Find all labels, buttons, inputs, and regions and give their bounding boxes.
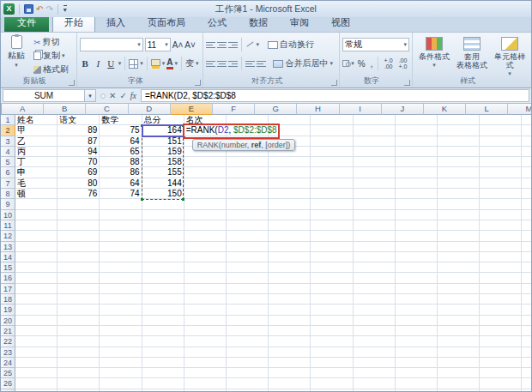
cell-I1[interactable] (354, 115, 396, 125)
decrease-decimal-button[interactable]: .00 +.0 (396, 57, 409, 69)
cell-B15[interactable] (57, 262, 100, 273)
cell-G9[interactable] (269, 199, 311, 209)
cell-E16[interactable] (184, 273, 227, 283)
align-bottom-icon[interactable] (228, 41, 238, 49)
cell-C15[interactable] (100, 262, 142, 273)
cell-C20[interactable] (100, 316, 142, 326)
cell-L11[interactable] (480, 220, 522, 231)
cell-I22[interactable] (354, 336, 396, 347)
cell-I26[interactable] (354, 378, 396, 389)
cell-M24[interactable] (522, 358, 531, 368)
cell-B3[interactable]: 87 (57, 136, 100, 147)
row-header-5[interactable]: 5 (1, 157, 15, 167)
row-header-17[interactable]: 17 (1, 284, 15, 294)
cell-E19[interactable] (184, 305, 227, 315)
cell-K2[interactable] (438, 125, 480, 136)
align-left-icon[interactable] (206, 60, 215, 68)
cell-J21[interactable] (396, 326, 438, 336)
cell-H1[interactable] (311, 115, 353, 125)
cell-B6[interactable]: 69 (57, 167, 100, 178)
align-top-icon[interactable] (206, 41, 215, 49)
column-header-L[interactable]: L (466, 104, 508, 115)
cell-I6[interactable] (354, 167, 396, 178)
cell-F19[interactable] (227, 305, 269, 315)
cell-M1[interactable] (522, 115, 531, 125)
cell-D21[interactable] (142, 326, 184, 336)
font-color-icon[interactable]: A (166, 58, 172, 69)
cell-I13[interactable] (354, 242, 396, 252)
cell-B5[interactable]: 70 (57, 157, 100, 167)
decrease-indent-icon[interactable] (245, 60, 255, 68)
cell-K3[interactable] (438, 136, 480, 147)
cell-C19[interactable] (100, 305, 142, 315)
cell-J17[interactable] (396, 284, 438, 294)
tab-formulas[interactable]: 公式 (196, 15, 238, 32)
cell-A26[interactable] (15, 378, 57, 389)
paste-button[interactable]: 粘贴 ▾ (3, 35, 29, 76)
cell-F13[interactable] (227, 242, 269, 252)
row-header-25[interactable]: 25 (1, 368, 15, 378)
cell-I14[interactable] (354, 252, 396, 262)
cell-M15[interactable] (522, 262, 531, 273)
align-middle-icon[interactable] (217, 41, 227, 49)
cell-K10[interactable] (438, 210, 480, 220)
cell-D12[interactable] (142, 231, 184, 241)
cell-A24[interactable] (15, 358, 57, 368)
cell-L22[interactable] (480, 336, 522, 347)
cell-H18[interactable] (311, 294, 353, 305)
cell-B11[interactable] (57, 220, 100, 231)
cell-H6[interactable] (311, 167, 353, 178)
cell-J1[interactable] (396, 115, 438, 125)
cell-M4[interactable] (522, 147, 531, 157)
cell-A11[interactable] (15, 220, 57, 231)
column-header-D[interactable]: D (129, 104, 171, 115)
cell-E14[interactable] (184, 252, 227, 262)
cell-D11[interactable] (142, 220, 184, 231)
cell-G20[interactable] (269, 316, 311, 326)
cell-A2[interactable]: 甲 (15, 125, 57, 136)
cell-D23[interactable] (142, 347, 184, 358)
cell-I25[interactable] (354, 368, 396, 378)
cell-B4[interactable]: 94 (57, 147, 100, 157)
cell-C17[interactable] (100, 284, 142, 294)
column-header-I[interactable]: I (340, 104, 382, 115)
cell-C9[interactable] (100, 199, 142, 209)
cell-K7[interactable] (438, 178, 480, 189)
row-header-20[interactable]: 20 (1, 316, 15, 326)
cell-M16[interactable] (522, 273, 531, 283)
cell-B2[interactable]: 89 (57, 125, 100, 136)
cell-D20[interactable] (142, 316, 184, 326)
column-header-E[interactable]: E (171, 104, 213, 115)
cell-L17[interactable] (480, 284, 522, 294)
cell-B10[interactable] (57, 210, 100, 220)
cell-J2[interactable] (396, 125, 438, 136)
row-header-3[interactable]: 3 (1, 136, 15, 147)
phonetic-guide-button[interactable]: 变 (185, 57, 194, 69)
cell-E18[interactable] (184, 294, 227, 305)
cell-H21[interactable] (311, 326, 353, 336)
cell-M9[interactable] (522, 199, 531, 209)
borders-icon[interactable] (129, 59, 138, 69)
cell-A1[interactable]: 姓名 (15, 115, 57, 125)
cell-C26[interactable] (100, 378, 142, 389)
cell-M18[interactable] (522, 294, 531, 305)
cell-A22[interactable] (15, 336, 57, 347)
cell-I10[interactable] (354, 210, 396, 220)
cell-L4[interactable] (480, 147, 522, 157)
cell-F11[interactable] (227, 220, 269, 231)
cell-L18[interactable] (480, 294, 522, 305)
cell-L20[interactable] (480, 316, 522, 326)
cell-M2[interactable] (522, 125, 531, 136)
cell-E25[interactable] (184, 368, 227, 378)
cell-F6[interactable] (227, 167, 269, 178)
cell-C23[interactable] (100, 347, 142, 358)
cell-G21[interactable] (269, 326, 311, 336)
column-header-G[interactable]: G (255, 104, 297, 115)
cell-A12[interactable] (15, 231, 57, 241)
row-header-1[interactable]: 1 (1, 115, 15, 125)
cell-M6[interactable] (522, 167, 531, 178)
column-header-A[interactable]: A (2, 104, 44, 115)
cell-L9[interactable] (480, 199, 522, 209)
cell-A3[interactable]: 乙 (15, 136, 57, 147)
cell-M14[interactable] (522, 252, 531, 262)
